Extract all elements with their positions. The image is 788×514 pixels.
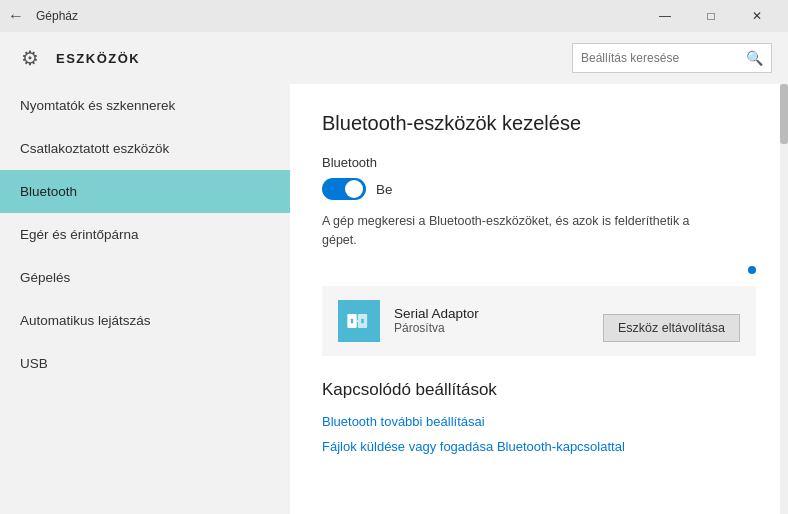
svg-rect-3	[361, 318, 363, 323]
app-header: ⚙ ESZKÖZÖK 🔍	[0, 32, 788, 84]
app-body: Nyomtatók és szkennerek Csatlakoztatott …	[0, 84, 788, 514]
title-bar: ← Gépház — □ ✕	[0, 0, 788, 32]
related-settings-title: Kapcsolódó beállítások	[322, 380, 756, 400]
sidebar-item-autoplay[interactable]: Automatikus lejátszás	[0, 299, 290, 342]
app-container: ⚙ ESZKÖZÖK 🔍 Nyomtatók és szkennerek Csa…	[0, 32, 788, 514]
back-button[interactable]: ←	[8, 7, 24, 25]
remove-device-button[interactable]: Eszköz eltávolítása	[603, 314, 740, 342]
device-icon	[338, 300, 380, 342]
sidebar-item-typing[interactable]: Gépelés	[0, 256, 290, 299]
sidebar-item-bluetooth[interactable]: Bluetooth	[0, 170, 290, 213]
sidebar: Nyomtatók és szkennerek Csatlakoztatott …	[0, 84, 290, 514]
page-title: Bluetooth-eszközök kezelése	[322, 112, 756, 135]
title-bar-left: ← Gépház	[8, 7, 78, 25]
device-status: Párosítva	[394, 321, 589, 335]
sidebar-item-connected-devices[interactable]: Csatlakoztatott eszközök	[0, 127, 290, 170]
bluetooth-description: A gép megkeresi a Bluetooth-eszközöket, …	[322, 212, 722, 250]
status-dot	[748, 266, 756, 274]
search-icon: 🔍	[746, 50, 763, 66]
window-title: Gépház	[36, 9, 78, 23]
search-input[interactable]	[581, 51, 746, 65]
search-box[interactable]: 🔍	[572, 43, 772, 73]
device-info: Serial Adaptor Párosítva	[394, 306, 589, 335]
scrollbar-thumb[interactable]	[780, 84, 788, 144]
close-button[interactable]: ✕	[734, 0, 780, 32]
content-area: Bluetooth-eszközök kezelése Bluetooth Be…	[290, 84, 788, 514]
bluetooth-toggle[interactable]	[322, 178, 366, 200]
toggle-knob	[345, 180, 363, 198]
scrollbar-track	[780, 84, 788, 514]
related-link-bluetooth-settings[interactable]: Bluetooth további beállításai	[322, 414, 756, 429]
app-title: ESZKÖZÖK	[56, 51, 140, 66]
window-controls: — □ ✕	[642, 0, 780, 32]
minimize-button[interactable]: —	[642, 0, 688, 32]
serial-adaptor-icon	[345, 307, 373, 335]
bluetooth-label: Bluetooth	[322, 155, 756, 170]
related-link-bluetooth-transfer[interactable]: Fájlok küldése vagy fogadása Bluetooth-k…	[322, 439, 756, 454]
device-card: Serial Adaptor Párosítva Eszköz eltávolí…	[322, 286, 756, 356]
sidebar-item-usb[interactable]: USB	[0, 342, 290, 385]
gear-icon: ⚙	[16, 44, 44, 72]
sidebar-item-printers[interactable]: Nyomtatók és szkennerek	[0, 84, 290, 127]
svg-rect-2	[351, 318, 353, 323]
sidebar-item-mouse[interactable]: Egér és érintőpárna	[0, 213, 290, 256]
bluetooth-toggle-row: Be	[322, 178, 756, 200]
maximize-button[interactable]: □	[688, 0, 734, 32]
toggle-state-label: Be	[376, 182, 393, 197]
device-name: Serial Adaptor	[394, 306, 589, 321]
